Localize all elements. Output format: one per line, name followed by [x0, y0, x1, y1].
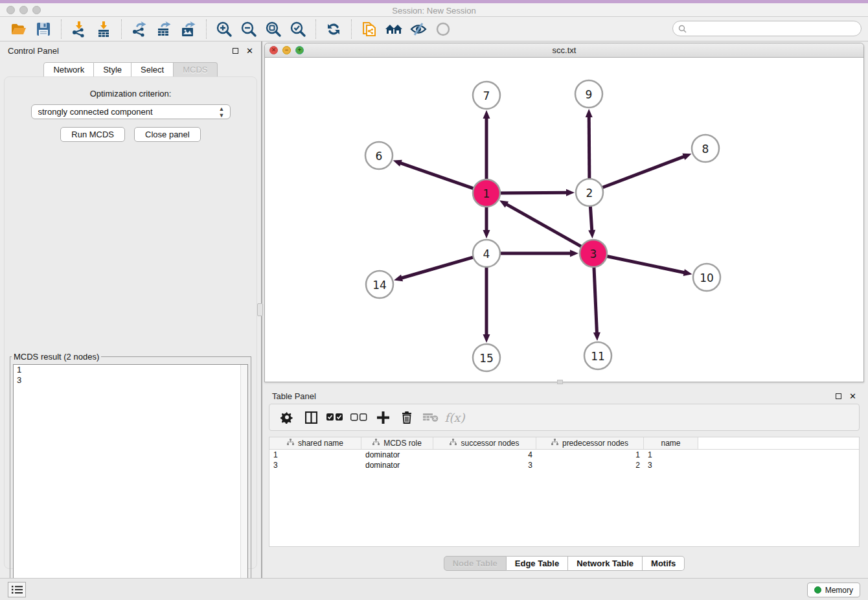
graph-node-9[interactable]: 9 — [575, 80, 602, 108]
edge-3-11[interactable] — [594, 266, 597, 334]
splitter-grip[interactable] — [257, 303, 263, 316]
column-header-name[interactable]: name — [644, 437, 698, 449]
export-network-icon[interactable] — [129, 19, 150, 39]
gear-icon[interactable] — [277, 408, 297, 427]
table-cell[interactable]: 3 — [269, 460, 361, 470]
graph-node-3[interactable]: 3 — [580, 240, 607, 267]
tab-network-table[interactable]: Network Table — [568, 556, 643, 571]
edge-2-9[interactable] — [589, 116, 589, 180]
export-image-icon[interactable] — [178, 19, 199, 39]
criterion-dropdown[interactable]: strongly connected component ▲▼ — [31, 104, 231, 119]
arrowhead-icon — [394, 275, 403, 282]
network-canvas[interactable]: 7968124314101511 — [265, 58, 863, 382]
graph-node-2[interactable]: 2 — [576, 179, 603, 206]
edge-3-10[interactable] — [606, 256, 685, 273]
houses-icon[interactable] — [383, 19, 404, 39]
table-row[interactable]: 3dominator323 — [269, 460, 859, 470]
network-window-titlebar[interactable]: ✕ − + scc.txt — [265, 43, 863, 58]
split-column-icon[interactable] — [301, 408, 321, 427]
result-scrollbar[interactable] — [240, 365, 247, 593]
graph-node-6[interactable]: 6 — [365, 142, 393, 169]
network-window-title: scc.txt — [265, 45, 863, 55]
edge-4-14[interactable] — [401, 257, 475, 278]
zoom-in-icon[interactable] — [214, 19, 234, 39]
column-header-predecessor-nodes[interactable]: predecessor nodes — [536, 437, 644, 449]
tab-mcds[interactable]: MCDS — [174, 62, 217, 77]
trash-icon[interactable] — [397, 408, 417, 427]
plus-icon[interactable] — [373, 408, 393, 427]
memory-button[interactable]: Memory — [807, 583, 860, 597]
column-header-MCDS-role[interactable]: MCDS role — [361, 437, 433, 449]
graph-node-14[interactable]: 14 — [366, 271, 393, 298]
graph-node-1[interactable]: 1 — [473, 179, 500, 207]
column-header-label: name — [661, 439, 680, 448]
table-cell[interactable]: 2 — [536, 460, 644, 470]
folder-open-icon[interactable] — [8, 19, 29, 39]
tab-style[interactable]: Style — [94, 62, 131, 77]
graph-node-7[interactable]: 7 — [473, 82, 500, 109]
task-history-button[interactable] — [8, 582, 26, 597]
arrowhead-icon — [586, 109, 593, 117]
table-header-row: shared nameMCDS rolesuccessor nodesprede… — [269, 437, 859, 450]
table-cell[interactable]: 1 — [644, 450, 698, 460]
search-field[interactable] — [672, 21, 862, 36]
tab-network[interactable]: Network — [43, 62, 94, 77]
edge-1-2[interactable] — [499, 192, 567, 193]
import-table-icon[interactable] — [93, 19, 114, 39]
column-header-successor-nodes[interactable]: successor nodes — [433, 437, 536, 449]
memory-label: Memory — [825, 586, 853, 595]
graph-node-15[interactable]: 15 — [473, 344, 500, 371]
float-table-panel-icon[interactable] — [836, 393, 841, 399]
horizontal-splitter-grip[interactable] — [557, 380, 563, 384]
search-input[interactable] — [690, 24, 861, 33]
tab-edge-table[interactable]: Edge Table — [507, 556, 568, 571]
table-cell[interactable]: dominator — [361, 460, 433, 470]
zoom-fit-icon[interactable] — [263, 19, 284, 39]
close-panel-icon[interactable]: ✕ — [246, 46, 253, 56]
hierarchy-icon — [551, 439, 558, 448]
checked-boxes-icon[interactable] — [325, 408, 345, 427]
graph-node-10[interactable]: 10 — [693, 264, 720, 291]
import-network-icon[interactable] — [69, 19, 89, 39]
arrowhead-icon — [483, 334, 490, 343]
arrowhead-icon — [683, 269, 692, 276]
graph-node-4[interactable]: 4 — [473, 240, 500, 267]
graph-node-8[interactable]: 8 — [692, 135, 719, 162]
mcds-result-textarea[interactable]: 13 — [13, 364, 248, 594]
close-panel-button[interactable]: Close panel — [134, 127, 201, 142]
table-cell[interactable]: 1 — [269, 450, 361, 460]
column-header-shared-name[interactable]: shared name — [269, 437, 361, 449]
export-table-icon[interactable] — [154, 19, 174, 39]
eye-slash-icon[interactable] — [408, 19, 429, 39]
eye-icon[interactable] — [433, 19, 453, 39]
zoom-selected-icon[interactable] — [288, 19, 308, 39]
unchecked-boxes-icon[interactable] — [349, 408, 369, 427]
graph-node-11[interactable]: 11 — [584, 342, 611, 369]
save-icon[interactable] — [33, 19, 54, 39]
close-table-panel-icon[interactable]: ✕ — [849, 391, 856, 401]
run-mcds-button[interactable]: Run MCDS — [60, 127, 125, 142]
table-cell[interactable]: 3 — [433, 460, 536, 470]
table-panel: Table Panel ✕ — [264, 387, 864, 578]
table-cell[interactable]: 3 — [644, 460, 698, 470]
edge-3-1[interactable] — [506, 204, 583, 248]
edge-2-8[interactable] — [601, 156, 685, 188]
node-table[interactable]: shared nameMCDS rolesuccessor nodesprede… — [269, 437, 860, 547]
tab-select[interactable]: Select — [131, 62, 174, 77]
svg-text:6: 6 — [376, 150, 383, 163]
table-row[interactable]: 1dominator411 — [269, 450, 859, 460]
clone-network-icon[interactable] — [359, 19, 380, 39]
result-line: 3 — [14, 375, 247, 386]
edge-2-3[interactable] — [590, 205, 592, 231]
tab-motifs[interactable]: Motifs — [643, 556, 685, 571]
svg-text:15: 15 — [479, 352, 494, 365]
zoom-out-icon[interactable] — [238, 19, 259, 39]
table-toolbar: f(x) — [269, 404, 860, 431]
edge-1-6[interactable] — [400, 163, 475, 189]
table-cell[interactable]: 1 — [536, 450, 644, 460]
table-cell[interactable]: dominator — [361, 450, 433, 460]
table-cell[interactable]: 4 — [433, 450, 536, 460]
float-panel-icon[interactable] — [233, 48, 238, 54]
tab-node-table[interactable]: Node Table — [444, 556, 507, 571]
refresh-icon[interactable] — [323, 19, 344, 39]
